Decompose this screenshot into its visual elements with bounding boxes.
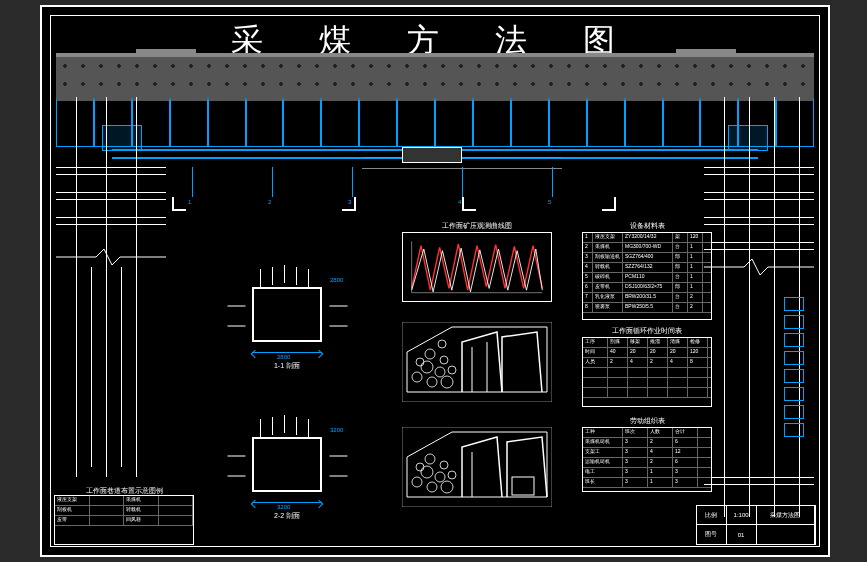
svg-point-4: [421, 361, 433, 373]
labor-table: 劳动组织表 工种班次人数合计采煤机司机326支架工3412运输机司机326电工3…: [582, 427, 712, 492]
callout-4: 4: [458, 199, 461, 205]
svg-point-18: [416, 463, 424, 471]
svg-point-11: [448, 366, 456, 374]
callout-leader: [192, 167, 193, 197]
tb-blank: [757, 525, 816, 544]
svg-point-9: [440, 356, 448, 364]
crib-stack: [784, 297, 804, 457]
callout-5: 5: [548, 199, 551, 205]
svg-point-19: [427, 482, 437, 492]
tb-scale-label: 比例: [697, 506, 727, 524]
svg-point-21: [425, 454, 435, 464]
tb-project: 采煤方法图: [757, 506, 816, 524]
svg-rect-2: [402, 322, 552, 402]
callout-leader: [552, 167, 553, 197]
svg-point-8: [425, 349, 435, 359]
cycle-table: 工作面循环作业时间表 工序割煤移架推溜清煤检修时间40202020120人员24…: [582, 337, 712, 407]
tb-sheet-label: 图号: [697, 525, 727, 544]
svg-rect-25: [512, 477, 534, 495]
tb-scale: 1:100: [727, 506, 757, 524]
legend-title: 工作面巷道布置示意图例: [55, 486, 193, 496]
svg-point-22: [440, 461, 448, 469]
svg-point-12: [438, 340, 446, 348]
svg-point-10: [441, 376, 453, 388]
svg-point-17: [421, 466, 433, 478]
svg-point-7: [435, 367, 445, 377]
tb-sheet-no: 01: [727, 525, 757, 544]
callout-leader: [272, 167, 273, 197]
drawing-frame: 采 煤 方 法 图 1 2 3 4 5: [40, 5, 830, 557]
table2-title: 工作面循环作业时间表: [583, 326, 711, 336]
section-2-label: 2-2 剖面: [212, 511, 362, 521]
right-gateroad: [704, 97, 814, 517]
svg-point-6: [427, 377, 437, 387]
section-mark: [342, 197, 356, 211]
section-mark: [172, 197, 186, 211]
caving-section-2: 1-1 断面 端头推移图: [402, 427, 552, 507]
svg-point-5: [416, 358, 424, 366]
equipment-table: 设备材料表 1液压支架ZY3200/14/32架1202采煤机MG300/700…: [582, 232, 712, 320]
svg-point-3: [412, 372, 422, 382]
overburden-layer: [56, 57, 814, 97]
callout-leader: [462, 167, 463, 197]
callout-2: 2: [268, 199, 271, 205]
section-mark: [462, 197, 476, 211]
svg-point-23: [441, 481, 453, 493]
callout-1: 1: [188, 199, 191, 205]
section-1-label: 1-1 剖面: [212, 361, 362, 371]
table1-title: 设备材料表: [583, 221, 711, 231]
title-block: 比例 1:100 采煤方法图 图号 01: [696, 505, 816, 545]
svg-point-16: [412, 477, 422, 487]
cross-section-1: 2800 2800 1-1 剖面: [212, 237, 362, 357]
table3-title: 劳动组织表: [583, 416, 711, 426]
graph-title: 工作面矿压观测曲线图: [403, 221, 551, 231]
svg-point-24: [448, 471, 456, 479]
shearer-machine: [402, 147, 462, 163]
left-gateroad: [56, 97, 166, 477]
section-mark: [602, 197, 616, 211]
pressure-curve-graph: 工作面矿压观测曲线图: [402, 232, 552, 302]
svg-point-20: [435, 472, 445, 482]
coal-seam-longwall: [56, 97, 814, 147]
caving-section-1: 1-1 断面 端头推移图: [402, 322, 552, 402]
legend-table: 工作面巷道布置示意图例 液压支架采煤机刮板机转载机皮带回风巷: [54, 495, 194, 545]
cross-section-2: 3200 3200 2-2 剖面: [212, 387, 362, 507]
callout-leader: [352, 167, 353, 197]
